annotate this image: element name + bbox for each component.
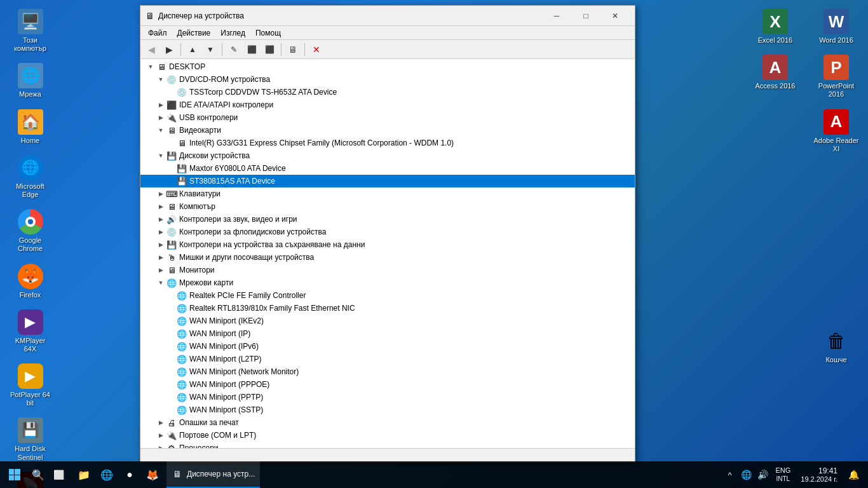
- tree-label: Контролери за звук, видео и игри: [179, 215, 297, 224]
- tree-item[interactable]: ▶ 🖥 Монитори: [140, 264, 635, 276]
- tray-chevron[interactable]: ^: [722, 461, 737, 488]
- tree-item[interactable]: 🌐 Realtek PCIe FE Family Controller: [140, 289, 635, 302]
- tree-item[interactable]: ▶ ⌨ Клавиатури: [140, 187, 635, 200]
- language-label: ENG: [775, 466, 790, 475]
- desktop-icon-kmplayer[interactable]: ▶ KMPlayer 64X: [6, 307, 54, 356]
- tree-toggle[interactable]: ▶: [156, 417, 166, 428]
- tree-item[interactable]: ▶ 🔊 Контролери за звук, видео и игри: [140, 213, 635, 226]
- desktop-icon-adobe[interactable]: A Adobe Reader XI: [811, 107, 862, 156]
- tree-item[interactable]: ▶ 🖱 Мишки и други посочващи устройства: [140, 251, 635, 264]
- tree-item[interactable]: ▶ 🖨 Опашки за печат: [140, 416, 635, 429]
- desktop-icon-access[interactable]: A Access 2016: [750, 52, 801, 101]
- tree-toggle: [166, 316, 176, 326]
- desktop-icon-word[interactable]: W Word 2016: [811, 6, 862, 47]
- desktop-icon-network[interactable]: 🌐 Мрежа: [6, 60, 54, 101]
- taskbar-task-view-button[interactable]: ⬜: [48, 461, 70, 488]
- tree-item[interactable]: 🌐 WAN Miniport (Network Monitor): [140, 365, 635, 378]
- start-button[interactable]: [0, 461, 29, 488]
- tree-toggle[interactable]: ▼: [156, 125, 166, 135]
- tree-item[interactable]: ▶ 🖥 Компютър: [140, 200, 635, 213]
- tree-item[interactable]: 💿 TSSTcorp CDDVDW TS-H653Z ATA Device: [140, 86, 635, 98]
- toolbar-back[interactable]: ◀: [143, 42, 159, 57]
- toolbar-forward[interactable]: ▶: [161, 42, 177, 57]
- desktop-icon-chrome[interactable]: Google Chrome: [6, 207, 54, 255]
- tree-toggle[interactable]: ▼: [156, 278, 166, 288]
- tree-toggle[interactable]: ▶: [156, 201, 166, 212]
- tree-item[interactable]: ▶ ⬛ IDE ATA/ATAPI контролери: [140, 98, 635, 111]
- tree-toggle[interactable]: ▶: [156, 265, 166, 275]
- tree-item[interactable]: 🌐 WAN Miniport (IP): [140, 327, 635, 340]
- device-tree[interactable]: ▼ 🖥 DESKTOP ▼ 💿 DVD/CD-ROM устройства 💿 …: [140, 59, 635, 448]
- desktop-icon-home[interactable]: 🏠 Home: [6, 107, 54, 147]
- desktop-icon-computer[interactable]: 🖥️ Този компютър: [6, 6, 54, 55]
- tree-toggle[interactable]: ▶: [156, 240, 166, 250]
- tree-item[interactable]: 🌐 WAN Miniport (SSTP): [140, 403, 635, 416]
- maximize-button[interactable]: □: [571, 6, 600, 26]
- menu-file[interactable]: Файл: [143, 27, 172, 39]
- tree-item[interactable]: 💾 Maxtor 6Y080L0 ATA Device: [140, 162, 635, 175]
- tray-network-icon[interactable]: 🌐: [738, 461, 754, 488]
- tree-root[interactable]: ▼ 🖥 DESKTOP: [140, 60, 635, 73]
- tree-item[interactable]: ▶ 💾 Контролери на устройства за съхраняв…: [140, 238, 635, 251]
- tree-item[interactable]: ▶ 💿 Контролери за флопидискови устройств…: [140, 226, 635, 238]
- desktop-icon-excel[interactable]: X Excel 2016: [750, 6, 801, 47]
- tree-item[interactable]: 🌐 WAN Miniport (L2TP): [140, 353, 635, 365]
- minimize-button[interactable]: ─: [542, 6, 571, 26]
- tree-toggle[interactable]: ▶: [156, 227, 166, 237]
- taskbar-pin-firefox[interactable]: 🦊: [141, 461, 164, 488]
- tree-item[interactable]: ▼ 🌐 Мрежови карти: [140, 276, 635, 289]
- tree-toggle[interactable]: ▶: [156, 214, 166, 224]
- tree-toggle[interactable]: ▶: [156, 112, 166, 123]
- desktop-icon-edge[interactable]: 🌐 Microsoft Edge: [6, 152, 54, 201]
- tree-item[interactable]: 🖥 Intel(R) G33/G31 Express Chipset Famil…: [140, 137, 635, 149]
- tree-item[interactable]: ▼ 🖥 Видеокарти: [140, 124, 635, 137]
- tree-item[interactable]: ▼ 💿 DVD/CD-ROM устройства: [140, 73, 635, 86]
- desktop-icon-hdd[interactable]: 💾 Hard Disk Sentinel: [6, 415, 54, 464]
- tree-item[interactable]: 🌐 WAN Miniport (PPTP): [140, 391, 635, 403]
- taskbar-device-manager[interactable]: 🖥 Диспечер на устр...: [166, 461, 260, 488]
- toolbar-properties[interactable]: ✎: [226, 42, 242, 57]
- tree-item[interactable]: ▶ 🔌 Портове (COM и LPT): [140, 429, 635, 442]
- tree-label: WAN Miniport (L2TP): [189, 355, 262, 363]
- tray-speaker-icon[interactable]: 🔊: [755, 461, 770, 488]
- tree-item[interactable]: 🌐 WAN Miniport (IKEv2): [140, 315, 635, 327]
- tree-item[interactable]: 🌐 WAN Miniport (PPPOE): [140, 378, 635, 391]
- toolbar-refresh[interactable]: ⬛: [243, 42, 260, 57]
- tree-item[interactable]: ▶ 🔌 USB контролери: [140, 111, 635, 124]
- tree-item[interactable]: ▼ 💾 Дискови устройства: [140, 149, 635, 162]
- tree-toggle[interactable]: ▶: [156, 252, 166, 262]
- menu-help[interactable]: Помощ: [250, 27, 286, 39]
- tree-toggle: [166, 290, 176, 301]
- desktop-icon-ppt[interactable]: P PowerPoint 2016: [811, 52, 862, 101]
- tray-clock[interactable]: 19:41 19.2.2024 г.: [796, 461, 843, 488]
- close-button[interactable]: ✕: [600, 6, 630, 26]
- toolbar-delete[interactable]: ✕: [308, 42, 325, 57]
- toolbar-up[interactable]: ▲: [184, 42, 201, 57]
- toolbar-update[interactable]: ⬛: [261, 42, 278, 57]
- taskbar-pin-chrome[interactable]: ●: [118, 461, 141, 488]
- tree-item[interactable]: 🌐 WAN Miniport (IPv6): [140, 340, 635, 353]
- tree-toggle[interactable]: ▼: [156, 151, 166, 161]
- taskbar-search-button[interactable]: 🔍: [29, 461, 48, 488]
- tree-toggle[interactable]: ▶: [156, 189, 166, 199]
- tree-toggle[interactable]: ▶: [156, 100, 166, 110]
- tree-root-toggle[interactable]: ▼: [146, 62, 156, 72]
- taskbar-pin-edge[interactable]: 🌐: [95, 461, 118, 488]
- desktop-icon-potplayer[interactable]: ▶ PotPlayer 64 bit: [6, 361, 54, 410]
- toolbar-monitor[interactable]: 🖥: [285, 42, 301, 57]
- tree-toggle[interactable]: ▶: [156, 443, 166, 448]
- toolbar-down[interactable]: ▼: [202, 42, 219, 57]
- menu-action[interactable]: Действие: [172, 27, 216, 39]
- desktop-icon-firefox[interactable]: 🦊 Firefox: [6, 261, 54, 302]
- toolbar-sep2: [222, 43, 222, 56]
- tree-toggle[interactable]: ▶: [156, 430, 166, 440]
- notification-center-button[interactable]: 🔔: [844, 461, 863, 488]
- desktop-icon-recycle[interactable]: 🗑 Кошче: [811, 326, 862, 367]
- tree-item-selected[interactable]: 💾 ST380815AS ATA Device: [140, 175, 635, 187]
- taskbar-pin-explorer[interactable]: 📁: [72, 461, 95, 488]
- tree-toggle[interactable]: ▼: [156, 74, 166, 85]
- tree-item[interactable]: ▶ ⚙ Процесори: [140, 442, 635, 448]
- tree-item[interactable]: 🌐 Realtek RTL8139/810x Family Fast Ether…: [140, 302, 635, 315]
- menu-view[interactable]: Изглед: [215, 27, 250, 39]
- tray-language[interactable]: ENG INTL: [771, 461, 794, 488]
